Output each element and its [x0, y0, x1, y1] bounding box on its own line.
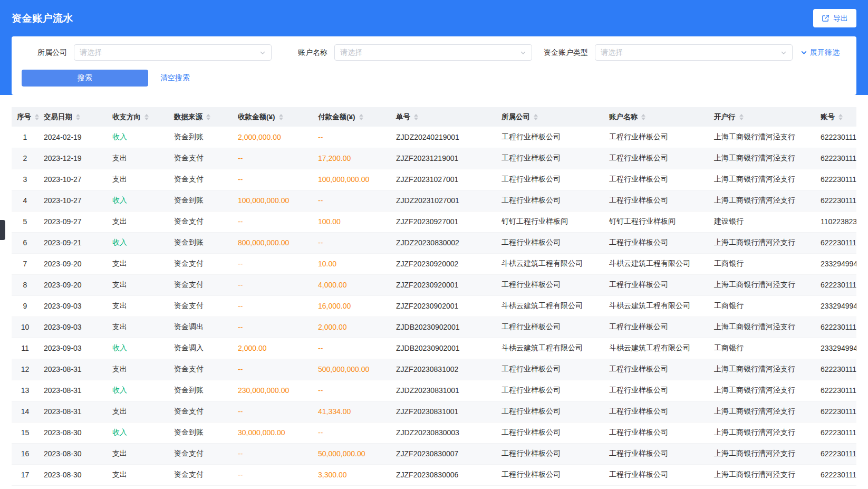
column-header-receipt-amount[interactable]: 收款金额(¥)	[233, 107, 313, 127]
cell-account-name: 斗栱云建筑工程有限公司	[604, 253, 709, 274]
clear-search-link[interactable]: 清空搜索	[160, 73, 190, 83]
cell-payment-amount: --	[313, 380, 391, 401]
page-title: 资金账户流水	[12, 12, 73, 25]
column-header-date[interactable]: 交易日期	[38, 107, 107, 127]
account-type-select-placeholder: 请选择	[601, 48, 623, 57]
cell-account-number: 233294994	[815, 338, 856, 359]
cell-account-name: 工程行业样板公司	[604, 380, 709, 401]
cell-direction: 收入	[107, 338, 169, 359]
cell-direction: 支出	[107, 317, 169, 338]
cell-data-source: 资金支付	[169, 211, 233, 232]
table-row[interactable]: 22023-12-19支出资金支付--17,200.00ZJZF20231219…	[12, 148, 856, 169]
cell-company: 斗栱云建筑工程有限公司	[496, 253, 604, 274]
column-header-payment-amount[interactable]: 付款金额(¥)	[313, 107, 391, 127]
column-header-account-name[interactable]: 账户名称	[604, 107, 709, 127]
cell-date: 2023-09-03	[38, 338, 107, 359]
table-row[interactable]: 172023-08-30支出资金支付--3,300.00ZJZF20230830…	[12, 464, 856, 485]
account-type-select[interactable]: 请选择	[595, 44, 793, 61]
column-header-data-source[interactable]: 数据来源	[169, 107, 233, 127]
column-label: 收款金额(¥)	[238, 112, 275, 122]
side-drawer-handle[interactable]	[0, 220, 5, 240]
sort-icon[interactable]	[144, 114, 149, 120]
cell-account-name: 工程行业样板公司	[604, 443, 709, 464]
cell-direction: 支出	[107, 295, 169, 317]
cell-bank: 上海工商银行漕河泾支行	[709, 127, 815, 148]
cell-date: 2023-09-20	[38, 253, 107, 274]
table-row[interactable]: 42023-10-27收入资金到账100,000,000.00--ZJDZ202…	[12, 190, 856, 211]
table-row[interactable]: 92023-09-03支出资金支付--16,000.00ZJZF20230902…	[12, 295, 856, 317]
sort-icon[interactable]	[206, 114, 210, 120]
cell-index: 15	[12, 422, 38, 443]
cell-company: 工程行业样板公司	[496, 169, 604, 190]
table-row[interactable]: 132023-08-31收入资金到账230,000,000.00--ZJDZ20…	[12, 380, 856, 401]
export-button-label: 导出	[833, 14, 848, 23]
column-header-index[interactable]: 序号	[12, 107, 38, 127]
column-header-bank[interactable]: 开户行	[709, 107, 815, 127]
table-row[interactable]: 82023-09-20支出资金支付--4,000.00ZJZF202309200…	[12, 274, 856, 295]
table-row[interactable]: 102023-09-03支出资金调出--2,000.00ZJDB20230902…	[12, 317, 856, 338]
column-header-direction[interactable]: 收支方向	[107, 107, 169, 127]
sort-icon[interactable]	[838, 114, 843, 120]
table-row[interactable]: 162023-08-30支出资金支付--50,000,000.00ZJZF202…	[12, 443, 856, 464]
sort-icon[interactable]	[359, 114, 363, 120]
table-row[interactable]: 32023-10-27支出资金支付--100,000,000.00ZJZF202…	[12, 169, 856, 190]
cell-company: 斗栱云建筑工程有限公司	[496, 338, 604, 359]
column-header-company[interactable]: 所属公司	[496, 107, 604, 127]
table-row[interactable]: 12024-02-19收入资金到账2,000,000.00--ZJDZ20240…	[12, 127, 856, 148]
sort-icon[interactable]	[279, 114, 283, 120]
company-select[interactable]: 请选择	[74, 44, 272, 61]
cell-index: 11	[12, 338, 38, 359]
table-row[interactable]: 72023-09-20支出资金支付--10.00ZJZF20230920002斗…	[12, 253, 856, 274]
search-button[interactable]: 搜索	[22, 70, 148, 87]
sort-icon[interactable]	[35, 114, 39, 120]
top-section: 资金账户流水 导出 所属公司 请选择	[0, 0, 868, 95]
cell-payment-amount: --	[313, 232, 391, 253]
cell-direction: 收入	[107, 422, 169, 443]
cell-order-no: ZJDZ20231027001	[391, 190, 496, 211]
cell-company: 工程行业样板公司	[496, 190, 604, 211]
table-row[interactable]: 52023-09-27支出资金支付--100.00ZJZF20230927001…	[12, 211, 856, 232]
cell-bank: 上海工商银行漕河泾支行	[709, 148, 815, 169]
cell-date: 2023-08-31	[38, 401, 107, 422]
cell-account-number: 233294994	[815, 253, 856, 274]
column-header-order-no[interactable]: 单号	[391, 107, 496, 127]
cell-direction: 支出	[107, 211, 169, 232]
cell-receipt-amount: 2,000.00	[233, 338, 313, 359]
column-label: 所属公司	[501, 112, 530, 122]
sort-icon[interactable]	[534, 114, 538, 120]
sort-icon[interactable]	[76, 114, 80, 120]
cell-index: 5	[12, 211, 38, 232]
export-icon	[822, 14, 830, 22]
expand-filters-link[interactable]: 展开筛选	[801, 48, 840, 57]
table-row[interactable]: 152023-08-30收入资金到账30,000,000.00--ZJDZ202…	[12, 422, 856, 443]
cell-receipt-amount: --	[233, 148, 313, 169]
cell-payment-amount: --	[313, 190, 391, 211]
cell-account-number: 622230111	[815, 148, 856, 169]
cell-index: 9	[12, 295, 38, 317]
cell-order-no: ZJZF20230902001	[391, 295, 496, 317]
cell-payment-amount: --	[313, 422, 391, 443]
sort-icon[interactable]	[414, 114, 418, 120]
export-button[interactable]: 导出	[813, 9, 856, 27]
table-row[interactable]: 62023-09-21收入资金到账800,000,000.00--ZJDZ202…	[12, 232, 856, 253]
cell-index: 16	[12, 443, 38, 464]
cell-bank: 上海工商银行漕河泾支行	[709, 422, 815, 443]
sort-icon[interactable]	[641, 114, 645, 120]
column-header-account-number[interactable]: 账号	[815, 107, 856, 127]
column-label: 单号	[396, 112, 410, 122]
table-row[interactable]: 112023-09-03收入资金调入2,000.00--ZJDB20230902…	[12, 338, 856, 359]
table-row[interactable]: 142023-08-31支出资金支付--41,334.00ZJZF2023083…	[12, 401, 856, 422]
cell-receipt-amount: 800,000,000.00	[233, 232, 313, 253]
cell-date: 2023-10-27	[38, 169, 107, 190]
sort-icon[interactable]	[739, 114, 744, 120]
cell-payment-amount: 10.00	[313, 253, 391, 274]
table-row[interactable]: 122023-08-31支出资金支付--500,000,000.00ZJZF20…	[12, 359, 856, 380]
account-name-select[interactable]: 请选择	[334, 44, 532, 61]
cell-data-source: 资金到账	[169, 422, 233, 443]
cell-order-no: ZJDZ20230830003	[391, 422, 496, 443]
cell-account-number: 622230111	[815, 317, 856, 338]
cell-index: 3	[12, 169, 38, 190]
cell-index: 12	[12, 359, 38, 380]
cell-account-name: 工程行业样板公司	[604, 401, 709, 422]
cell-payment-amount: 17,200.00	[313, 148, 391, 169]
